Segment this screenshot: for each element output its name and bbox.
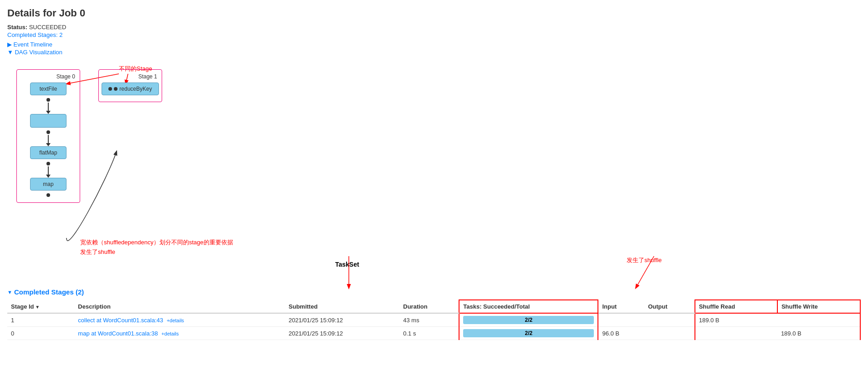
th-stage-id[interactable]: Stage Id xyxy=(7,300,74,313)
cell-input xyxy=(598,313,644,327)
rdd-flatmap: flatMap xyxy=(30,146,66,159)
rdd-textfile: textFile xyxy=(30,83,66,95)
th-description: Description xyxy=(74,300,285,313)
dot3 xyxy=(46,162,50,165)
dag-visualization-link[interactable]: ▼ DAG Visualization xyxy=(7,49,861,56)
arrow3 xyxy=(46,166,51,178)
table-row: 0 map at WordCount01.scala:38 +details 2… xyxy=(7,327,860,340)
rdd-map: map xyxy=(30,178,66,191)
completed-stages-link[interactable]: Completed Stages: 2 xyxy=(7,31,62,38)
stage0-title: Stage 0 xyxy=(21,73,75,80)
cell-output xyxy=(644,313,695,327)
th-tasks: Tasks: Succeeded/Total xyxy=(459,300,598,313)
cell-stage-id: 1 xyxy=(7,313,74,327)
stage1-box: Stage 1 reduceByKey xyxy=(98,69,162,102)
details-link[interactable]: +details xyxy=(161,331,179,336)
cell-submitted: 2021/01/25 15:09:12 xyxy=(285,327,399,340)
cell-output xyxy=(644,327,695,340)
cell-tasks: 2/2 xyxy=(459,327,598,340)
rdd-reducebykey: reduceByKey xyxy=(102,83,158,95)
cell-stage-id: 0 xyxy=(7,327,74,340)
completed-stages-summary: Completed Stages: 2 xyxy=(7,31,861,38)
dot1 xyxy=(46,98,50,102)
details-link[interactable]: +details xyxy=(167,318,184,323)
stage1-nodes: reduceByKey xyxy=(103,83,157,97)
links-section: ▶ Event Timeline ▼ DAG Visualization xyxy=(7,41,861,56)
description-link[interactable]: map at WordCount01.scala:38 xyxy=(78,330,158,337)
section-title: Completed Stages (2) xyxy=(7,288,861,296)
th-shuffle-write: Shuffle Write xyxy=(777,300,860,313)
dot4 xyxy=(46,193,50,197)
cell-shuffle-read: 189.0 B xyxy=(695,313,777,327)
description-link[interactable]: collect at WordCount01.scala:43 xyxy=(78,317,163,324)
cell-tasks: 2/2 xyxy=(459,313,598,327)
status-label: Status: xyxy=(7,24,27,31)
status-line: Status: SUCCEEDED xyxy=(7,24,861,31)
arrow1 xyxy=(46,103,51,114)
cell-submitted: 2021/01/25 15:09:12 xyxy=(285,313,399,327)
annotation-shuffle-dep: 宽依赖（shuffledependency）划分不同的stage的重要依据 发生… xyxy=(80,238,233,257)
cell-shuffle-write: 189.0 B xyxy=(777,327,860,340)
dag-section: 不同的Stage Stage 0 textFile xyxy=(7,60,861,279)
cell-duration: 43 ms xyxy=(399,313,459,327)
cell-description: collect at WordCount01.scala:43 +details xyxy=(74,313,285,327)
cell-description: map at WordCount01.scala:38 +details xyxy=(74,327,285,340)
arrow2 xyxy=(46,135,51,146)
page-title: Details for Job 0 xyxy=(7,7,861,19)
cell-input: 96.0 B xyxy=(598,327,644,340)
cell-shuffle-read xyxy=(695,327,777,340)
cell-duration: 0.1 s xyxy=(399,327,459,340)
event-timeline-link[interactable]: ▶ Event Timeline xyxy=(7,41,861,48)
th-output: Output xyxy=(644,300,695,313)
stage1-title: Stage 1 xyxy=(103,73,157,80)
th-submitted: Submitted xyxy=(285,300,399,313)
status-value: SUCCEEDED xyxy=(29,24,66,31)
tasks-progress-bar: 2/2 xyxy=(463,316,594,324)
th-duration: Duration xyxy=(399,300,459,313)
dot2 xyxy=(46,130,50,134)
cell-shuffle-write xyxy=(777,313,860,327)
completed-stages-section: Completed Stages (2) TaskSet 发生了shuffle xyxy=(7,288,861,340)
th-shuffle-read: Shuffle Read xyxy=(695,300,777,313)
rdd-empty1 xyxy=(30,114,66,128)
table-row: 1 collect at WordCount01.scala:43 +detai… xyxy=(7,313,860,327)
stage0-box: Stage 0 textFile flatMap xyxy=(16,69,80,203)
th-input: Input xyxy=(598,300,644,313)
tasks-progress-bar: 2/2 xyxy=(463,329,594,337)
stage0-nodes: textFile flatMap map xyxy=(21,83,75,198)
stages-table: Stage Id Description Submitted Duration … xyxy=(7,299,861,340)
table-header-row: Stage Id Description Submitted Duration … xyxy=(7,300,860,313)
